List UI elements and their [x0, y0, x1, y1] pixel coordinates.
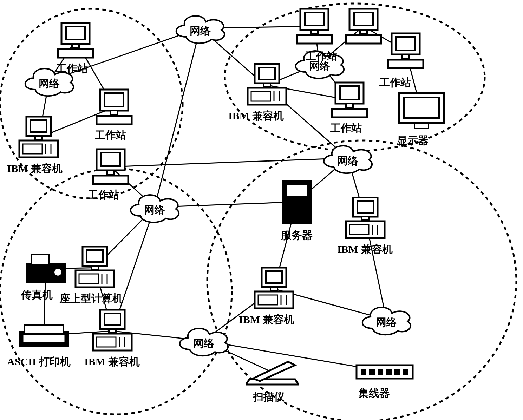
pc-icon — [91, 309, 133, 353]
svg-rect-10 — [111, 111, 118, 115]
workstation-icon — [95, 88, 133, 126]
node-label: 传真机 — [21, 288, 53, 302]
svg-rect-74 — [357, 201, 373, 213]
network-cloud: 网络 — [358, 302, 414, 339]
node-label: 工作站 — [330, 121, 362, 136]
svg-rect-94 — [395, 369, 400, 374]
node-label: ASCII 打印机 — [7, 355, 71, 369]
svg-rect-16 — [23, 144, 42, 154]
server-icon — [281, 179, 313, 225]
pc-icon — [74, 246, 116, 290]
svg-rect-11 — [97, 116, 132, 124]
node-label: 工作站 — [56, 61, 88, 76]
svg-rect-64 — [109, 329, 116, 333]
svg-rect-6 — [72, 44, 79, 48]
svg-rect-77 — [349, 225, 369, 235]
node-label: 座上型计算机 — [60, 291, 123, 306]
svg-rect-20 — [101, 153, 120, 166]
workstation-icon — [344, 7, 383, 46]
node-label: 集线器 — [358, 386, 390, 401]
network-cloud: 网络 — [126, 190, 183, 226]
svg-point-51 — [54, 269, 61, 276]
node-label: IBM 兼容机 — [239, 313, 294, 327]
workstation-icon — [56, 21, 95, 60]
node-label: 工作站 — [88, 188, 119, 202]
svg-rect-47 — [404, 98, 439, 118]
svg-rect-53 — [87, 250, 103, 262]
node-label: 显示器 — [397, 133, 429, 148]
node-label: 工作站 — [306, 49, 337, 64]
svg-marker-88 — [253, 362, 295, 381]
svg-rect-54 — [91, 266, 98, 269]
node-label: 服务器 — [281, 228, 313, 243]
svg-rect-82 — [270, 287, 277, 290]
fax-icon — [25, 253, 67, 284]
network-cloud: 网络 — [320, 140, 376, 177]
svg-rect-22 — [93, 176, 128, 184]
svg-rect-84 — [258, 295, 277, 305]
workstation-icon — [91, 147, 130, 186]
pc-icon — [18, 116, 60, 160]
svg-rect-48 — [414, 124, 429, 129]
node-label: IBM 兼容机 — [7, 162, 63, 176]
svg-rect-61 — [23, 335, 65, 342]
node-label: 扫描仪 — [253, 390, 285, 404]
svg-rect-43 — [396, 37, 415, 50]
network-cloud: 网络 — [176, 323, 232, 360]
svg-rect-75 — [362, 217, 369, 220]
node-label: IBM 兼容机 — [337, 242, 393, 257]
svg-rect-28 — [354, 12, 373, 26]
network-cloud: 网络 — [172, 11, 228, 47]
svg-rect-14 — [35, 136, 42, 139]
cloud-label: 网络 — [320, 154, 376, 168]
svg-rect-5 — [66, 26, 85, 40]
monitor-icon — [397, 91, 446, 132]
cloud-label: 网络 — [126, 203, 183, 217]
svg-rect-56 — [79, 274, 98, 284]
svg-rect-24 — [305, 12, 324, 26]
node-label: IBM 兼容机 — [228, 109, 284, 123]
hub-icon — [355, 362, 414, 381]
scanner-icon — [246, 358, 299, 386]
svg-rect-91 — [370, 369, 374, 374]
svg-rect-9 — [105, 93, 124, 106]
svg-rect-81 — [266, 271, 282, 283]
svg-rect-92 — [378, 369, 383, 374]
svg-rect-70 — [286, 184, 307, 197]
pc-icon — [344, 197, 386, 241]
svg-rect-60 — [25, 325, 63, 334]
cloud-label: 网络 — [358, 315, 414, 330]
svg-rect-41 — [332, 109, 367, 117]
svg-rect-50 — [32, 255, 49, 265]
svg-rect-26 — [297, 35, 332, 44]
workstation-icon — [295, 7, 334, 46]
svg-rect-40 — [346, 104, 353, 108]
svg-rect-66 — [97, 337, 116, 347]
svg-rect-13 — [31, 120, 47, 132]
svg-rect-44 — [402, 54, 409, 59]
svg-rect-90 — [361, 369, 366, 374]
printer-icon — [18, 323, 70, 348]
node-label: IBM 兼容机 — [84, 355, 140, 369]
svg-rect-95 — [403, 369, 408, 374]
cloud-label: 网络 — [172, 24, 228, 38]
svg-rect-45 — [388, 60, 423, 68]
svg-rect-25 — [311, 30, 318, 34]
svg-rect-39 — [340, 86, 359, 99]
network-diagram: 网络网络网络网络网络网络网络工作站工作站IBM 兼容机工作站工作站IBM 兼容机… — [0, 0, 523, 420]
workstation-icon — [330, 81, 369, 119]
svg-marker-87 — [246, 379, 299, 385]
svg-rect-30 — [346, 35, 381, 44]
svg-rect-63 — [104, 313, 120, 325]
pc-icon — [246, 63, 288, 107]
node-label: 工作站 — [95, 128, 126, 143]
cloud-label: 网络 — [21, 77, 77, 91]
svg-rect-21 — [107, 170, 114, 175]
cloud-label: 网络 — [176, 336, 232, 351]
svg-rect-29 — [360, 30, 367, 34]
svg-rect-93 — [386, 369, 391, 374]
node-label: 工作站 — [379, 76, 411, 90]
svg-rect-32 — [259, 67, 275, 79]
workstation-icon — [386, 32, 425, 70]
svg-rect-7 — [58, 49, 93, 58]
